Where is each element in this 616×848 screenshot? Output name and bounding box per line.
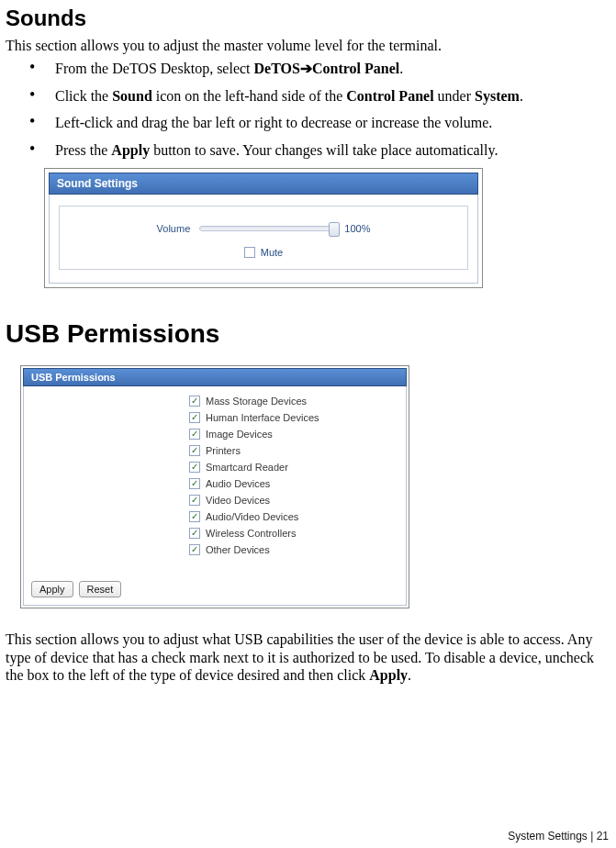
usb-device-label: Wireless Controllers xyxy=(206,528,296,539)
usb-paragraph: This section allows you to adjust what U… xyxy=(6,630,614,685)
bold-text: Control Panel xyxy=(346,88,433,104)
usb-device-list: ✓Mass Storage Devices✓Human Interface De… xyxy=(189,396,398,555)
usb-device-row: ✓Video Devices xyxy=(189,495,398,506)
usb-device-row: ✓Audio/Video Devices xyxy=(189,511,398,522)
text: . xyxy=(399,61,403,76)
usb-device-checkbox[interactable]: ✓ xyxy=(189,429,200,440)
usb-device-label: Audio/Video Devices xyxy=(206,511,298,522)
text: Click the xyxy=(55,88,112,104)
text: button to save. Your changes will take p… xyxy=(150,142,498,158)
list-item: Left-click and drag the bar left or righ… xyxy=(29,114,614,132)
list-item: Press the Apply button to save. Your cha… xyxy=(29,141,614,160)
bold-text: DeTOS xyxy=(254,61,300,76)
usb-device-checkbox[interactable]: ✓ xyxy=(189,495,200,506)
sound-settings-panel: Sound Settings Volume 100% Mute xyxy=(44,168,483,288)
usb-permissions-panel: USB Permissions ✓Mass Storage Devices✓Hu… xyxy=(20,365,409,608)
list-item: From the DeTOS Desktop, select DeTOS➔Con… xyxy=(29,60,614,78)
usb-panel-body: ✓Mass Storage Devices✓Human Interface De… xyxy=(23,386,407,606)
sounds-intro: This section allows you to adjust the ma… xyxy=(6,37,614,54)
usb-device-checkbox[interactable]: ✓ xyxy=(189,412,200,423)
volume-label: Volume xyxy=(157,223,191,234)
usb-device-checkbox[interactable]: ✓ xyxy=(189,544,200,555)
usb-panel-title: USB Permissions xyxy=(23,368,407,386)
usb-device-label: Audio Devices xyxy=(206,478,270,489)
usb-device-label: Other Devices xyxy=(206,544,270,555)
usb-device-checkbox[interactable]: ✓ xyxy=(189,396,200,407)
usb-device-row: ✓Human Interface Devices xyxy=(189,412,398,423)
usb-device-row: ✓Smartcard Reader xyxy=(189,462,398,473)
bold-text: Apply xyxy=(369,667,408,683)
usb-device-checkbox[interactable]: ✓ xyxy=(189,462,200,473)
mute-checkbox[interactable] xyxy=(244,247,255,258)
mute-label: Mute xyxy=(261,247,283,258)
usb-device-row: ✓Mass Storage Devices xyxy=(189,396,398,407)
usb-device-checkbox[interactable]: ✓ xyxy=(189,478,200,489)
text: icon on the left-hand side of the xyxy=(152,88,347,104)
usb-device-label: Mass Storage Devices xyxy=(206,396,307,407)
usb-device-label: Human Interface Devices xyxy=(206,412,319,423)
usb-device-row: ✓Wireless Controllers xyxy=(189,528,398,539)
usb-device-label: Printers xyxy=(206,445,241,456)
arrow-icon: ➔ xyxy=(300,61,312,76)
usb-device-row: ✓Audio Devices xyxy=(189,478,398,489)
bold-text: Apply xyxy=(111,142,150,158)
text: under xyxy=(434,88,475,104)
sounds-bullet-list: From the DeTOS Desktop, select DeTOS➔Con… xyxy=(6,60,614,159)
text: Press the xyxy=(55,142,111,158)
sound-settings-body: Volume 100% Mute xyxy=(49,195,478,284)
sound-settings-inner: Volume 100% Mute xyxy=(59,206,468,270)
volume-value: 100% xyxy=(344,223,370,234)
usb-device-checkbox[interactable]: ✓ xyxy=(189,511,200,522)
page-footer: System Settings | 21 xyxy=(508,830,609,842)
text: . xyxy=(408,667,411,683)
volume-slider-thumb[interactable] xyxy=(329,222,340,237)
bold-text: Sound xyxy=(112,88,152,104)
bold-text: Control Panel xyxy=(312,61,399,76)
usb-heading: USB Permissions xyxy=(6,319,614,349)
text: . xyxy=(520,88,523,104)
text: From the DeTOS Desktop, select xyxy=(55,61,254,76)
usb-device-label: Smartcard Reader xyxy=(206,462,288,473)
bold-text: System xyxy=(475,88,520,104)
sound-settings-title: Sound Settings xyxy=(49,173,478,195)
usb-device-checkbox[interactable]: ✓ xyxy=(189,445,200,456)
sounds-heading: Sounds xyxy=(6,6,614,31)
usb-device-checkbox[interactable]: ✓ xyxy=(189,528,200,539)
text: Left-click and drag the bar left or righ… xyxy=(55,115,492,130)
volume-slider[interactable] xyxy=(199,226,335,231)
apply-button[interactable]: Apply xyxy=(31,581,73,597)
usb-device-label: Image Devices xyxy=(206,429,273,440)
usb-device-row: ✓Printers xyxy=(189,445,398,456)
usb-device-label: Video Devices xyxy=(206,495,270,506)
usb-device-row: ✓Other Devices xyxy=(189,544,398,555)
list-item: Click the Sound icon on the left-hand si… xyxy=(29,87,614,106)
text: This section allows you to adjust what U… xyxy=(6,631,594,683)
reset-button[interactable]: Reset xyxy=(79,581,122,597)
usb-device-row: ✓Image Devices xyxy=(189,429,398,440)
